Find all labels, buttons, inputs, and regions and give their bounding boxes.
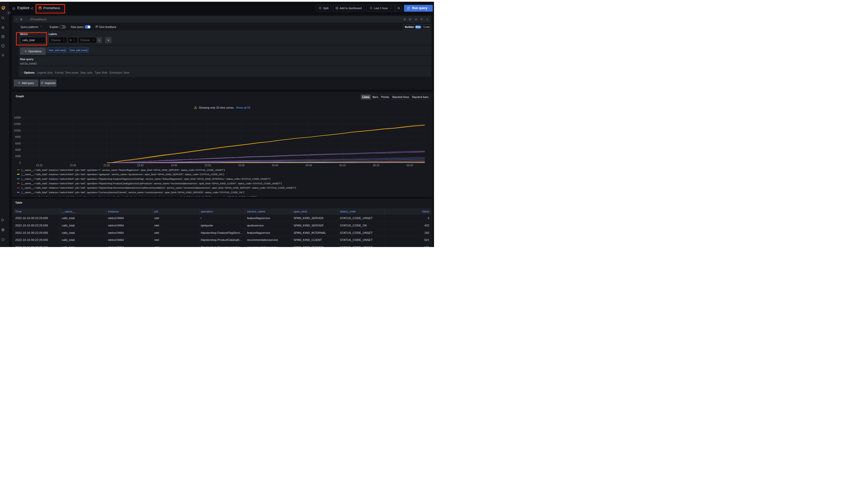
svg-text:00:20: 00:20	[407, 164, 413, 167]
svg-text:00:15: 00:15	[373, 164, 379, 167]
svg-text:23:30: 23:30	[70, 164, 76, 167]
svg-text:23:35: 23:35	[104, 164, 110, 167]
svg-text:23:45: 23:45	[171, 164, 177, 167]
svg-text:12000: 12000	[14, 122, 21, 126]
svg-text:14000: 14000	[14, 116, 21, 119]
svg-text:6000: 6000	[15, 142, 21, 145]
svg-text:8000: 8000	[15, 136, 21, 138]
svg-text:23:40: 23:40	[137, 164, 144, 167]
svg-text:23:50: 23:50	[204, 164, 211, 167]
svg-text:00:00: 00:00	[272, 164, 278, 167]
svg-text:23:25: 23:25	[36, 164, 42, 167]
svg-text:23:55: 23:55	[238, 164, 245, 167]
svg-text:00:05: 00:05	[306, 164, 312, 167]
svg-text:0: 0	[19, 162, 21, 164]
svg-text:4000: 4000	[15, 149, 21, 151]
svg-text:10000: 10000	[14, 129, 21, 132]
svg-text:00:10: 00:10	[339, 164, 346, 167]
svg-text:2000: 2000	[15, 155, 21, 158]
